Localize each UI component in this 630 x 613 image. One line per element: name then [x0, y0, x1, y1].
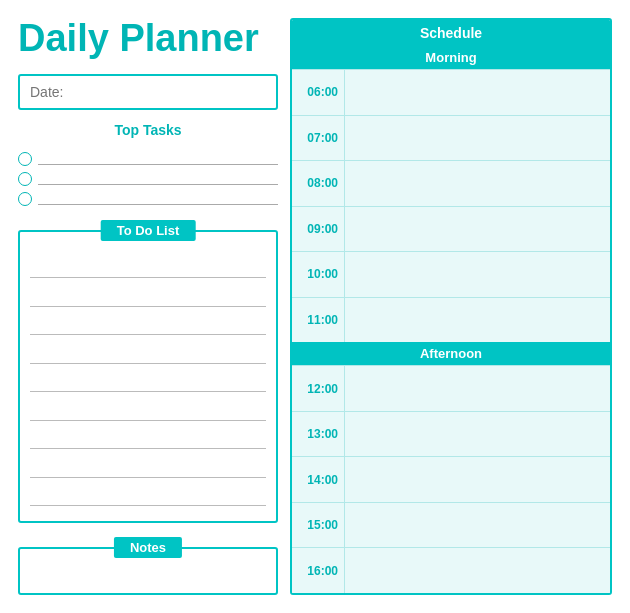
time-content-1500[interactable] [344, 503, 610, 548]
todo-line[interactable] [30, 401, 266, 421]
todo-line[interactable] [30, 429, 266, 449]
notes-label: Notes [114, 537, 182, 558]
time-row-1300: 13:00 [292, 411, 610, 457]
notes-section: Notes [18, 547, 278, 595]
time-label-0700: 07:00 [292, 116, 344, 161]
time-content-1400[interactable] [344, 457, 610, 502]
time-row-1400: 14:00 [292, 456, 610, 502]
task-circle-3[interactable] [18, 192, 32, 206]
right-panel: Schedule Morning 06:00 07:00 08:00 09:00… [290, 18, 612, 595]
time-content-1200[interactable] [344, 366, 610, 411]
time-content-0800[interactable] [344, 161, 610, 206]
time-row-0800: 08:00 [292, 160, 610, 206]
time-label-1500: 15:00 [292, 503, 344, 548]
task-row [18, 152, 278, 166]
time-label-0600: 06:00 [292, 70, 344, 115]
task-row [18, 172, 278, 186]
time-row-1600: 16:00 [292, 547, 610, 593]
time-label-1200: 12:00 [292, 366, 344, 411]
time-label-1100: 11:00 [292, 298, 344, 343]
todo-line[interactable] [30, 372, 266, 392]
time-label-1000: 10:00 [292, 252, 344, 297]
todo-line[interactable] [30, 458, 266, 478]
task-row [18, 192, 278, 206]
task-circle-2[interactable] [18, 172, 32, 186]
time-row-0600: 06:00 [292, 69, 610, 115]
todo-line[interactable] [30, 287, 266, 307]
time-row-1200: 12:00 [292, 365, 610, 411]
top-tasks-title: Top Tasks [18, 122, 278, 138]
todo-line[interactable] [30, 486, 266, 506]
schedule-header: Schedule [292, 20, 610, 46]
time-row-1100: 11:00 [292, 297, 610, 343]
time-label-1300: 13:00 [292, 412, 344, 457]
morning-header: Morning [292, 46, 610, 69]
top-tasks-section [18, 152, 278, 206]
date-input[interactable] [18, 74, 278, 110]
time-content-1000[interactable] [344, 252, 610, 297]
time-content-0600[interactable] [344, 70, 610, 115]
time-label-0900: 09:00 [292, 207, 344, 252]
page-container: Daily Planner Top Tasks To Do List [0, 0, 630, 613]
schedule-body: Morning 06:00 07:00 08:00 09:00 10:00 [292, 46, 610, 593]
time-content-0900[interactable] [344, 207, 610, 252]
task-line-3 [38, 193, 278, 205]
time-row-1500: 15:00 [292, 502, 610, 548]
time-row-0900: 09:00 [292, 206, 610, 252]
time-content-0700[interactable] [344, 116, 610, 161]
todo-line[interactable] [30, 344, 266, 364]
time-content-1100[interactable] [344, 298, 610, 343]
todo-line[interactable] [30, 315, 266, 335]
time-row-0700: 07:00 [292, 115, 610, 161]
time-row-1000: 10:00 [292, 251, 610, 297]
todo-line[interactable] [30, 258, 266, 278]
left-panel: Daily Planner Top Tasks To Do List [18, 18, 278, 595]
task-circle-1[interactable] [18, 152, 32, 166]
todo-section: To Do List [18, 230, 278, 523]
task-line-2 [38, 173, 278, 185]
afternoon-header: Afternoon [292, 342, 610, 365]
time-content-1300[interactable] [344, 412, 610, 457]
time-label-1400: 14:00 [292, 457, 344, 502]
time-label-1600: 16:00 [292, 548, 344, 593]
time-label-0800: 08:00 [292, 161, 344, 206]
task-line-1 [38, 153, 278, 165]
todo-label: To Do List [101, 220, 196, 241]
time-content-1600[interactable] [344, 548, 610, 593]
todo-lines [20, 232, 276, 521]
app-title: Daily Planner [18, 18, 278, 60]
